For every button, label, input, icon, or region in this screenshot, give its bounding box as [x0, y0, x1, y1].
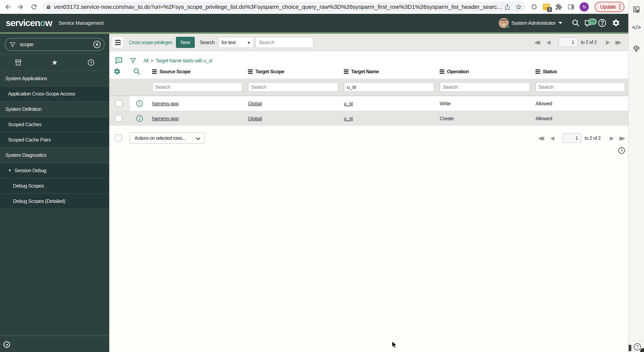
url-bar[interactable]: ven03172.service-now.com/nav_to.do?uri=%…	[42, 2, 526, 12]
filter-operation-input[interactable]	[440, 82, 530, 92]
filter-clear-icon[interactable]	[93, 40, 101, 48]
reload-icon[interactable]	[30, 3, 38, 10]
bookmark-star-icon[interactable]	[515, 4, 522, 10]
list-chat-icon[interactable]	[114, 56, 123, 65]
search-type-select[interactable]: for text▼	[218, 37, 254, 48]
column-header-status[interactable]: Status	[533, 69, 628, 74]
sidebar-item-application-cross-scope-access[interactable]: Application Cross-Scope Access	[0, 86, 109, 102]
filter-funnel-icon	[10, 41, 16, 48]
strip-divider	[629, 17, 644, 17]
column-menu-icon[interactable]	[152, 70, 157, 74]
column-header-source-scope[interactable]: Source Scope	[150, 69, 245, 74]
next-page-icon[interactable]: ▶	[606, 39, 610, 46]
panel-grip-handle[interactable]	[629, 345, 631, 351]
back-icon[interactable]	[4, 3, 12, 11]
list-settings-gear-icon[interactable]	[109, 68, 130, 75]
sidebar-nav: System Applications Application Cross-Sc…	[0, 71, 109, 209]
chat-icon[interactable]: 75	[584, 19, 592, 27]
sidebar-collapse-icon[interactable]: ◀	[4, 341, 10, 348]
row-checkbox[interactable]	[116, 115, 122, 122]
hint-bulb-icon[interactable]	[629, 44, 644, 53]
panel-help-icon[interactable]: ?	[634, 343, 641, 350]
page-number-input[interactable]	[562, 133, 582, 143]
column-menu-icon[interactable]	[536, 70, 540, 74]
sidebar-item-scoped-caches[interactable]: Scoped Caches	[0, 117, 109, 132]
first-page-icon[interactable]: ◀◀	[534, 39, 540, 46]
column-menu-icon[interactable]	[248, 70, 252, 74]
filter-status-input[interactable]	[536, 82, 625, 92]
user-avatar[interactable]	[499, 18, 509, 28]
list-menu-icon[interactable]	[112, 36, 124, 48]
last-page-icon[interactable]: ▶▶	[616, 39, 622, 46]
column-menu-icon[interactable]	[344, 70, 348, 74]
column-search-icon[interactable]	[130, 68, 150, 75]
filter-target-name-input[interactable]	[344, 82, 434, 92]
user-menu-caret-icon[interactable]	[558, 22, 562, 24]
column-header-target-name[interactable]: Target Name	[341, 69, 437, 74]
expand-caret-icon[interactable]: ▼	[8, 168, 12, 172]
main-content: Cross scope privileges New Search for te…	[109, 34, 628, 352]
spinner-extension-icon[interactable]	[530, 3, 538, 10]
corner-icon	[640, 348, 644, 352]
list-timer-icon[interactable]	[618, 146, 626, 154]
browser-profile-avatar[interactable]: N	[580, 2, 589, 12]
code-icon[interactable]: </>	[629, 24, 644, 30]
password-extension-icon[interactable]: 3	[543, 4, 550, 10]
list-title[interactable]: Cross scope privileges	[129, 34, 172, 51]
app-header: servicenow Service Management System Adm…	[0, 14, 628, 32]
breadcrumb-filter[interactable]: Target Name starts with u_st	[156, 58, 212, 64]
sidebar-item-debug-scopes[interactable]: Debug Scopes	[0, 178, 109, 194]
history-clock-icon[interactable]	[73, 59, 109, 66]
form-preview-icon[interactable]	[629, 6, 644, 14]
page-number-input[interactable]	[558, 38, 578, 47]
next-page-icon[interactable]: ▶	[610, 135, 614, 141]
favorites-star-icon[interactable]: ★	[36, 58, 73, 67]
forward-icon[interactable]	[16, 3, 24, 11]
prev-page-icon[interactable]: ◀	[550, 135, 554, 141]
row-info-icon[interactable]: i	[136, 115, 143, 122]
global-search-icon[interactable]	[572, 19, 580, 27]
cell-target-scope: Global	[245, 101, 341, 106]
search-label: Search	[200, 34, 215, 51]
filter-row	[109, 78, 628, 96]
update-button[interactable]: Update	[594, 2, 624, 12]
actions-select[interactable]: Actions on selected rows...	[130, 132, 205, 144]
side-panel-icon[interactable]	[567, 3, 574, 10]
select-all-checkbox[interactable]	[115, 134, 122, 142]
share-icon[interactable]	[504, 4, 510, 10]
sidebar-item-scoped-cache-pairs[interactable]: Scoped Cache Pairs	[0, 132, 109, 148]
right-panel-strip: </> ?	[628, 0, 644, 352]
puzzle-extension-icon[interactable]	[555, 3, 562, 10]
cell-status: Allowed	[533, 116, 628, 122]
first-page-icon[interactable]: ◀◀	[538, 135, 544, 141]
all-applications-icon[interactable]	[0, 59, 36, 66]
cell-operation: Create	[437, 116, 533, 122]
filter-target-scope-input[interactable]	[248, 82, 338, 92]
sidebar-filter-input[interactable]: scope	[4, 38, 105, 51]
prev-page-icon[interactable]: ◀	[546, 39, 551, 46]
servicenow-logo[interactable]: servicenow	[6, 18, 52, 28]
breadcrumb-all[interactable]: All	[143, 58, 148, 64]
sidebar-item-debug-scopes-detailed[interactable]: Debug Scopes (Detailed)	[0, 194, 109, 209]
sidebar-item-session-debug[interactable]: ▼Session Debug	[0, 163, 109, 178]
browser-menu-icon[interactable]	[619, 4, 620, 10]
browser-toolbar: ven03172.service-now.com/nav_to.do?uri=%…	[0, 0, 628, 14]
breadcrumb-funnel-icon[interactable]	[130, 57, 136, 64]
help-icon[interactable]	[598, 19, 606, 27]
column-menu-icon[interactable]	[440, 70, 444, 74]
new-button[interactable]: New	[176, 37, 195, 48]
column-header-target-scope[interactable]: Target Scope	[245, 69, 341, 74]
last-page-icon[interactable]: ▶▶	[619, 135, 625, 141]
column-header-operation[interactable]: Operation	[437, 69, 533, 74]
sidebar-item-system-diagnostics[interactable]: System Diagnostics	[0, 148, 109, 163]
row-info-icon[interactable]: i	[136, 100, 143, 107]
sidebar-item-system-applications[interactable]: System Applications	[0, 71, 109, 86]
list-search-input[interactable]	[255, 37, 314, 48]
row-checkbox[interactable]	[116, 100, 122, 107]
cell-source-scope: harness-app	[150, 116, 245, 122]
header-accent-left	[0, 32, 109, 34]
sidebar-item-system-definition[interactable]: System Definition	[0, 102, 109, 117]
settings-gear-icon[interactable]	[612, 19, 620, 27]
filter-source-scope-input[interactable]	[152, 82, 242, 92]
user-name[interactable]: System Administrator	[511, 20, 556, 26]
